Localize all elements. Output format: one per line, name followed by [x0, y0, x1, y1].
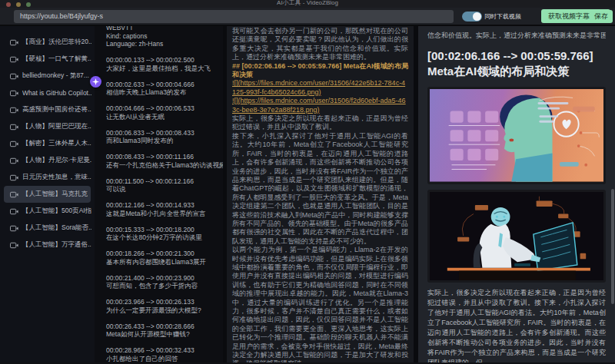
video-title: belliedmonkey - 第87...	[22, 71, 89, 81]
app-window: AI小工具 - VideoZBlog 同时下载视频 获取视频字幕文件 保存 【商…	[0, 0, 615, 364]
sidebar-item[interactable]: What is GitHub Copilot...	[0, 84, 95, 101]
transcript-line: 00:00:11.500 --> 00:00:12.166	[106, 177, 223, 186]
transcript-line: 小扎都给出了自己的回答	[106, 355, 223, 363]
video-camera-icon	[10, 124, 18, 131]
video-camera-icon	[10, 157, 18, 164]
video-camera-icon	[10, 39, 18, 46]
preview-image-ai-portrait	[427, 87, 606, 184]
sidebar-item[interactable]: 【人工智能】万字通俗...	[0, 237, 95, 253]
sidebar-item-selected[interactable]: 【人工智能】马克扎克...	[4, 186, 91, 203]
video-title: 【人工智能】万字通俗...	[22, 240, 91, 250]
transcript-line: 相信昨天晚上Llama3的发布	[106, 88, 223, 97]
preview-image-robot	[427, 190, 606, 283]
video-camera-icon	[10, 90, 18, 97]
video-camera-icon	[10, 225, 18, 232]
transcript-line	[106, 339, 223, 347]
transcript-line	[106, 121, 223, 129]
transcript-line: 在这个长达80分钟2万字的访谈里	[106, 233, 223, 242]
video-title: 【人工智能】马克扎克...	[22, 190, 88, 199]
transcript-line: 00:00:08.433 --> 00:00:11.166	[106, 153, 223, 161]
video-camera-icon	[10, 141, 18, 147]
transcript-line: 00:00:02.633 --> 00:00:04.666	[106, 81, 223, 89]
transcript-line	[106, 290, 223, 299]
video-title: 【人物】丹尼尔·卡尼曼...	[22, 156, 91, 165]
video-camera-icon	[10, 107, 18, 114]
preview-section-heading: [00:02:06.166 --> 00:05:59.766] Meta在AI领…	[427, 48, 606, 79]
toggle-knob	[473, 12, 481, 21]
video-list-sidebar: 【商业】沃伦巴菲特20...【硬核】一口气了解黄...belliedmonkey…	[0, 26, 95, 362]
titlebar: AI小工具 - VideoZBlog	[0, 0, 615, 8]
editor-segment-link: ![](https://files.mdnice.com/user/31506/…	[232, 79, 408, 97]
transcript-line: 可以说	[106, 185, 223, 194]
transcript-line: 00:00:26.433 --> 00:00:28.666	[106, 323, 223, 331]
save-button[interactable]: 保存	[590, 10, 613, 23]
floating-assistant-button[interactable]	[90, 76, 101, 88]
transcript-content: WEBVTTKind: captionsLanguage: zh-Hans 00…	[106, 26, 223, 362]
transcript-line	[106, 72, 223, 81]
transcript-line: Language: zh-Hans	[106, 40, 223, 48]
download-video-toggle-label: 同时下载视频	[484, 12, 521, 21]
transcript-line: 可想而知，包含了多少干货内容	[106, 282, 223, 290]
transcript-line: 大家好，这里是最佳拍档，我是大飞	[106, 65, 223, 73]
video-title: 【解密】三体外星人木...	[22, 139, 91, 148]
sidebar-item[interactable]: 【硬核】一口气了解黄...	[0, 51, 95, 68]
video-camera-icon	[10, 242, 18, 249]
sidebar-item[interactable]: 【人物】丹尼尔·卡尼曼...	[0, 152, 95, 169]
sidebar-item[interactable]: belliedmonkey - 第87...	[0, 68, 95, 84]
video-title: 【人物】阿里巴巴现在...	[22, 122, 91, 131]
transcript-line: 00:00:23.966 --> 00:00:26.133	[106, 298, 223, 306]
transcript-line: Meta如何从开源模型中赚钱?	[106, 330, 223, 339]
transcript-line: 还有一个扎克伯格关于Llama3的访谈视频	[106, 161, 223, 170]
toolbar: 同时下载视频 获取视频字幕文件 保存	[0, 8, 615, 26]
transcript-line: 而和Llama3同时发布的	[106, 137, 223, 145]
transcript-line: 00:00:04.666 --> 00:00:06.533	[106, 104, 223, 113]
transcript-line	[106, 242, 223, 250]
transcript-line	[106, 48, 223, 57]
preview-scrollbar[interactable]	[611, 189, 614, 304]
sidebar-item[interactable]: 【人工智能】500页AI指...	[0, 203, 95, 220]
editor-segment-heading: ## [00:02:06.166 --> 00:05:59.766] Meta在…	[232, 62, 408, 80]
transcript-line	[106, 145, 223, 154]
transcript-line	[106, 266, 223, 274]
video-camera-icon	[10, 208, 18, 215]
transcript-line: 00:00:00.133 --> 00:00:02.500	[106, 56, 223, 65]
video-camera-icon	[10, 174, 18, 181]
video-title: 【商业】沃伦巴菲特20...	[22, 38, 91, 47]
preview-intro-text: 信念和价值观。实际上，通过分析来准确预测未来是非常困难的。	[427, 31, 606, 41]
transcript-line	[106, 194, 223, 202]
editor-segment-text: 接下来，小扎深入探讨了他对于通用人工智能AGI的看法。大约10年前，Meta创立…	[232, 132, 408, 246]
transcript-line: 基本所有内容都围绕着Llama3展开	[106, 258, 223, 266]
sidebar-item[interactable]: 【人物】阿里巴巴现在...	[0, 118, 95, 135]
markdown-editor[interactable]: 我可能又会去创办另一门新的公司，那既然对现在的公司还挺满意呢，又何必要卖呢？因此…	[223, 26, 414, 362]
transcript-line: 00:00:21.400 --> 00:00:23.900	[106, 274, 223, 283]
video-title: 高盛预测中国房价还将...	[22, 105, 91, 114]
video-camera-icon	[10, 191, 18, 198]
video-camera-icon	[10, 56, 18, 63]
sidebar-item[interactable]: 【商业】沃伦巴菲特20...	[0, 34, 95, 51]
transcript-line: 00:00:28.966 --> 00:00:32.433	[106, 346, 223, 355]
transcript-line	[106, 314, 223, 323]
markdown-preview-panel: 信念和价值观。实际上，通过分析来准确预测未来是非常困难的。 [00:02:06.…	[414, 26, 615, 362]
transcript-line	[106, 97, 223, 105]
transcript-line: 00:00:18.266 --> 00:00:21.300	[106, 250, 223, 258]
download-video-toggle[interactable]	[462, 12, 482, 22]
video-url-input[interactable]	[14, 10, 454, 23]
video-title: What is GitHub Copilot...	[22, 89, 91, 97]
video-title: 【人工智能】500页AI指...	[22, 207, 91, 216]
video-camera-icon	[10, 73, 18, 80]
transcript-line: WEBVTT	[106, 26, 223, 32]
video-title: 【硬核】一口气了解黄...	[22, 55, 91, 64]
sidebar-item[interactable]: 【解密】三体外星人木...	[0, 135, 95, 152]
transcript-line: 为什么一定要开源最强的大模型?	[106, 306, 223, 315]
transcript-panel[interactable]: WEBVTTKind: captionsLanguage: zh-Hans 00…	[95, 26, 223, 362]
sidebar-item[interactable]: 【人工智能】Sora能否...	[0, 220, 95, 237]
sidebar-item[interactable]: 日元历史性加息，意味...	[0, 169, 95, 186]
preview-body-text: 实际上，很多决定之所以现在看起来正确，正是因为曾经犯过错误，并且从中汲取了教训。…	[427, 288, 606, 362]
transcript-line: Kind: captions	[106, 32, 223, 41]
video-title: 【人工智能】Sora能否...	[22, 223, 91, 233]
transcript-line	[106, 169, 223, 177]
sparkle-icon	[92, 78, 99, 85]
transcript-line: 00:00:12.166 --> 00:00:14.933	[106, 201, 223, 210]
sidebar-item[interactable]: 高盛预测中国房价还将...	[0, 101, 95, 118]
editor-segment-text: 实际上，很多决定之所以现在看起来正确，正是因为曾经犯过错误，并且从中汲取了教训。	[232, 114, 408, 132]
